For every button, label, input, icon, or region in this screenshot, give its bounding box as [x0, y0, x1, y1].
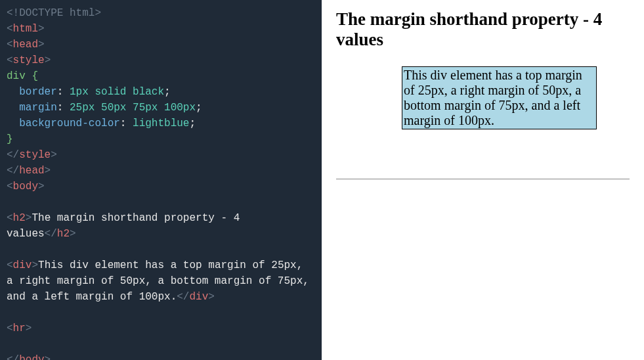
- div-line: <div>This div element has a top margin o…: [7, 259, 315, 303]
- demo-box: This div element has a top margin of 25p…: [402, 66, 597, 129]
- css-border-line: border: 1px solid black;: [7, 86, 171, 98]
- doctype-line: <!DOCTYPE html>: [7, 7, 101, 19]
- css-bg-line: background-color: lightblue;: [7, 118, 196, 129]
- style-close-tag: </style>: [7, 149, 57, 161]
- preview-heading: The margin shorthand property - 4 values: [336, 9, 630, 50]
- preview-pane: The margin shorthand property - 4 values…: [322, 0, 644, 360]
- body-open-tag: <body>: [7, 181, 45, 192]
- h2-line: <h2>The margin shorthand property - 4 va…: [7, 212, 246, 240]
- css-selector: div {: [7, 70, 38, 82]
- code-editor-pane[interactable]: <!DOCTYPE html> <html> <head> <style> di…: [0, 0, 322, 360]
- head-close-tag: </head>: [7, 165, 51, 177]
- style-open-tag: <style>: [7, 55, 51, 66]
- html-open-tag: <html>: [7, 23, 45, 35]
- preview-hr: [336, 179, 630, 179]
- css-margin-line: margin: 25px 50px 75px 100px;: [7, 102, 202, 114]
- hr-tag: <hr>: [7, 323, 32, 334]
- head-open-tag: <head>: [7, 39, 45, 51]
- css-close-brace: }: [7, 133, 13, 145]
- body-close-tag: </body>: [7, 354, 51, 360]
